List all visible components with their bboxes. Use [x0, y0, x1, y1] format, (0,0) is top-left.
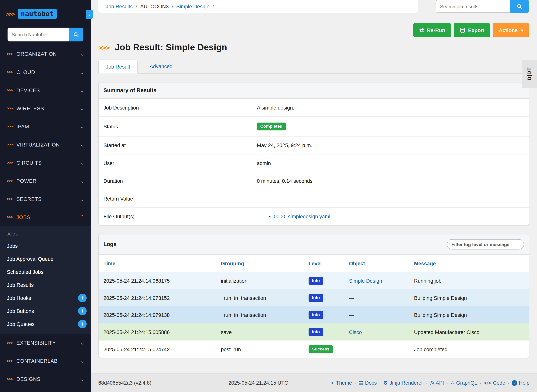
level-badge-success: Success: [309, 345, 333, 353]
log-object-link[interactable]: Cisco: [349, 329, 362, 335]
breadcrumb-separator: /: [172, 3, 173, 9]
sidebar-item-job-buttons[interactable]: Job Buttons +: [0, 304, 91, 317]
sidebar-item-cloud[interactable]: >>> CLOUD ⌄: [0, 63, 91, 81]
sub-item-label: Job Approval Queue: [7, 256, 53, 262]
breadcrumb-link-job-results[interactable]: Job Results: [106, 3, 133, 9]
file-output-link[interactable]: 0000_simpledesign.yaml: [274, 214, 330, 219]
sub-item-label: Job Buttons: [7, 308, 34, 314]
sidebar-collapse-button[interactable]: ‹: [86, 10, 93, 19]
footer-link-graphql[interactable]: △ GraphQL: [450, 380, 477, 386]
app-root: >>> nautobot ‹ >>> ORGANIZATION ⌄ >>> CL…: [0, 0, 537, 392]
sidebar-item-power[interactable]: >>> POWER ⌄: [0, 172, 91, 190]
job-results-search-input[interactable]: [436, 0, 510, 13]
sidebar-item-ipam[interactable]: >>> IPAM ⌄: [0, 117, 91, 135]
submenu-group-header: JOBS: [0, 228, 91, 239]
summary-label: User: [103, 160, 257, 166]
breadcrumb-link-simple-design[interactable]: Simple Design: [176, 3, 209, 9]
sidebar-item-secrets[interactable]: >>> SECRETS ⌄: [0, 190, 91, 208]
summary-panel-header: Summary of Results: [99, 83, 529, 98]
log-filter-input[interactable]: [447, 239, 524, 249]
sidebar-item-job-queues[interactable]: Job Queues +: [0, 317, 91, 330]
log-message: Building Simple Design: [414, 295, 524, 301]
logs-panel: Logs Time Grouping Level Object Message …: [98, 234, 529, 358]
triple-chevron-icon: >>>: [7, 88, 13, 93]
search-icon: [516, 3, 523, 9]
footer-link-code[interactable]: </> Code: [484, 380, 505, 386]
summary-value: • 0000_simpledesign.yaml: [257, 214, 524, 219]
chevron-down-icon: ⌄: [80, 178, 85, 183]
sidebar-item-label: CIRCUITS: [16, 160, 42, 166]
footer-separator: ·: [480, 380, 481, 386]
code-icon: </>: [484, 381, 491, 385]
summary-row-user: User admin: [99, 154, 529, 172]
action-buttons: ⇄ Re-Run Export Actions ▾: [98, 23, 529, 37]
log-time: 2025-05-24 21:24:14.968175: [103, 278, 221, 284]
summary-value: —: [257, 196, 524, 202]
chevron-down-icon: ⌄: [80, 51, 85, 57]
rerun-icon: ⇄: [419, 27, 424, 33]
level-badge-info: Info: [309, 328, 323, 336]
chevron-down-icon: ⌄: [80, 376, 85, 382]
sidebar-item-scheduled-jobs[interactable]: Scheduled Jobs: [0, 265, 91, 278]
chevron-down-icon: ⌄: [80, 124, 85, 129]
sidebar-item-jobs-list[interactable]: Jobs: [0, 239, 91, 252]
job-results-search-button[interactable]: [510, 0, 529, 13]
add-job-queue-button[interactable]: +: [78, 319, 87, 328]
export-button[interactable]: Export: [454, 23, 490, 37]
sidebar-item-job-approval-queue[interactable]: Job Approval Queue: [0, 252, 91, 265]
title-chevrons-icon: >>>: [98, 43, 110, 51]
triple-chevron-icon: >>>: [7, 124, 13, 129]
sidebar-item-devices[interactable]: >>> DEVICES ⌄: [0, 81, 91, 99]
log-message: Building Simple Design: [414, 312, 524, 318]
log-grouping: _run_in_transaction: [221, 295, 309, 301]
tab-advanced[interactable]: Advanced: [142, 60, 180, 74]
log-time: 2025-05-24 21:24:14.979138: [103, 312, 221, 318]
main-content: Job Results / AUTOCON3 / Simple Design /…: [91, 0, 537, 373]
column-header-object[interactable]: Object: [349, 260, 414, 266]
sidebar-item-wireless[interactable]: >>> WIRELESS ⌄: [0, 99, 91, 117]
viewport: >>> nautobot ‹ >>> ORGANIZATION ⌄ >>> CL…: [0, 0, 537, 392]
sidebar-search-input[interactable]: [8, 28, 69, 42]
triple-chevron-icon: >>>: [7, 197, 13, 201]
sidebar-nav: >>> ORGANIZATION ⌄ >>> CLOUD ⌄ >>> DEVIC…: [0, 45, 91, 388]
theme-icon: ◐: [331, 380, 334, 385]
summary-row-file-outputs: File Output(s) • 0000_simpledesign.yaml: [99, 207, 529, 225]
sidebar-item-circuits[interactable]: >>> CIRCUITS ⌄: [0, 154, 91, 172]
sidebar-search-button[interactable]: [69, 28, 83, 42]
summary-label: File Output(s): [103, 214, 257, 219]
footer-version: 68d4065542a3 (v2.4.8): [98, 380, 228, 386]
summary-panel: Summary of Results Job Description A sim…: [98, 82, 529, 225]
column-header-grouping[interactable]: Grouping: [221, 260, 309, 266]
log-object-link[interactable]: Simple Design: [349, 278, 382, 284]
footer-link-theme[interactable]: ◐ Theme: [331, 380, 352, 386]
sidebar-item-containerlab[interactable]: >>> CONTAINERLAB ⌄: [0, 352, 91, 370]
sub-item-label: Scheduled Jobs: [7, 269, 43, 275]
django-debug-toolbar-handle[interactable]: DjDT: [522, 60, 537, 88]
rerun-button[interactable]: ⇄ Re-Run: [413, 23, 451, 37]
sidebar-item-job-results[interactable]: Job Results: [0, 278, 91, 291]
summary-row-return-value: Return Value —: [99, 190, 529, 207]
column-header-message[interactable]: Message: [414, 260, 524, 266]
footer-link-jinja-renderer[interactable]: ⚙ Jinja Renderer: [383, 380, 423, 386]
chevron-down-icon: ⌄: [80, 69, 85, 75]
chevron-down-icon: ⌄: [80, 160, 85, 165]
sidebar-item-virtualization[interactable]: >>> VIRTUALIZATION ⌄: [0, 135, 91, 154]
sidebar-item-jobs[interactable]: >>> JOBS ⌃: [0, 208, 91, 226]
tab-job-result[interactable]: Job Result: [98, 60, 137, 74]
sidebar-item-designs[interactable]: >>> DESIGNS ⌄: [0, 370, 91, 388]
sidebar-search: [8, 28, 83, 42]
sidebar-item-organization[interactable]: >>> ORGANIZATION ⌄: [0, 45, 91, 63]
footer-link-help[interactable]: ? Help: [512, 380, 529, 386]
column-header-level[interactable]: Level: [309, 260, 349, 266]
add-job-hook-button[interactable]: +: [78, 294, 87, 302]
sidebar-item-job-hooks[interactable]: Job Hooks +: [0, 291, 91, 304]
footer-link-api[interactable]: ◎ API: [429, 380, 444, 386]
breadcrumb-separator: /: [136, 3, 137, 9]
footer-link-docs[interactable]: ▤ Docs: [358, 380, 377, 386]
logo[interactable]: >>> nautobot ‹: [0, 0, 91, 19]
column-header-time[interactable]: Time: [103, 260, 221, 266]
add-job-button-button[interactable]: +: [78, 307, 87, 315]
actions-dropdown-button[interactable]: Actions ▾: [493, 23, 529, 37]
sidebar-item-extensibility[interactable]: >>> EXTENSIBILITY ⌄: [0, 334, 91, 352]
jinja-renderer-icon: ⚙: [383, 380, 388, 385]
